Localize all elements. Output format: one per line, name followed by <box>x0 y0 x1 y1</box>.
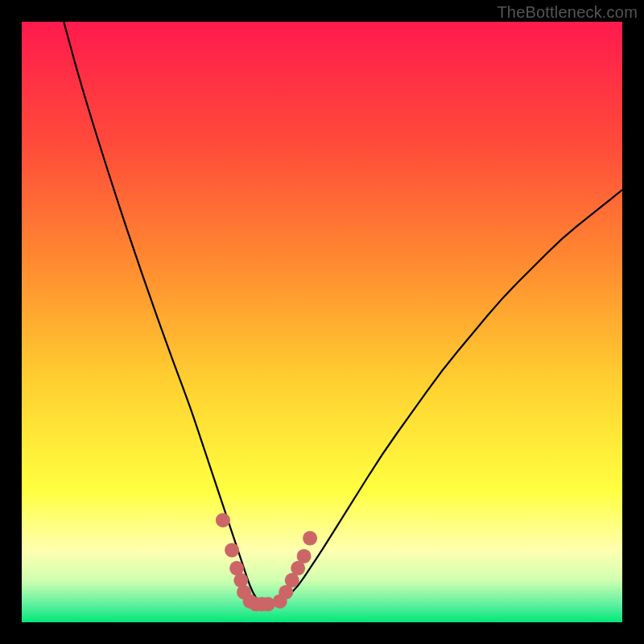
marker-dot <box>297 549 312 564</box>
curve-line <box>64 22 622 605</box>
marker-cluster-right <box>273 531 317 609</box>
marker-dot <box>303 531 317 546</box>
watermark-text: TheBottleneck.com <box>497 3 638 22</box>
chart-plot-area <box>22 22 622 622</box>
chart-frame <box>22 22 622 622</box>
marker-dot <box>225 543 239 557</box>
marker-dot <box>216 513 230 527</box>
marker-cluster-left <box>216 513 275 611</box>
